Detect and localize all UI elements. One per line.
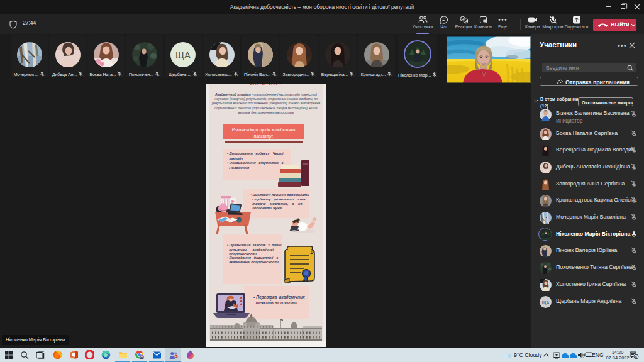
svg-text:ЩА: ЩА [175,50,191,60]
svg-text:ЩА: ЩА [542,299,550,305]
